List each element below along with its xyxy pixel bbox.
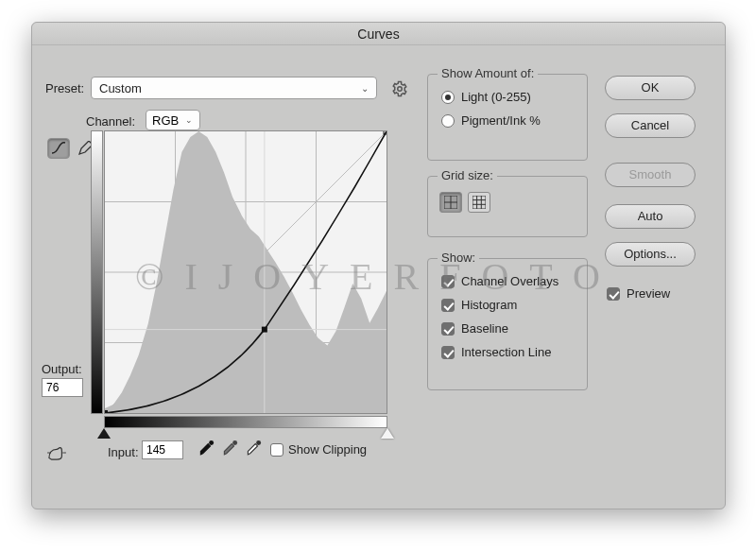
svg-point-16 [232, 440, 237, 445]
show-clipping-checkbox[interactable]: Show Clipping [270, 442, 367, 457]
white-point-slider[interactable] [381, 428, 394, 439]
svg-point-15 [209, 440, 214, 445]
input-field[interactable] [142, 440, 183, 459]
show-title: Show: [438, 250, 479, 265]
checkbox-icon [441, 346, 455, 359]
curves-graph[interactable] [104, 130, 387, 414]
curves-dialog: Curves Preset: Custom ⌄ Channel: RGB ⌄ [31, 22, 726, 509]
grid-size-title: Grid size: [438, 168, 497, 182]
channel-overlays-checkbox[interactable]: Channel Overlays [441, 274, 576, 288]
output-label: Output: [42, 362, 82, 376]
checkbox-icon [441, 299, 455, 312]
show-clipping-label: Show Clipping [288, 442, 367, 457]
window-title: Curves [357, 26, 399, 42]
light-radio-label: Light (0-255) [461, 90, 531, 104]
channel-select[interactable]: RGB [146, 110, 200, 130]
svg-point-0 [398, 87, 403, 92]
cancel-button[interactable]: Cancel [605, 113, 696, 138]
svg-rect-21 [472, 196, 486, 209]
black-point-slider[interactable] [97, 428, 111, 439]
auto-button[interactable]: Auto [605, 204, 696, 229]
grid-large-button[interactable] [468, 192, 490, 213]
svg-rect-11 [262, 327, 267, 333]
input-gradient-bar [104, 416, 387, 428]
radio-icon [441, 91, 455, 104]
radio-icon [441, 114, 455, 128]
preview-label: Preview [627, 286, 670, 301]
scrubby-hand-icon[interactable] [46, 444, 67, 461]
grid-size-group: Grid size: [427, 176, 588, 237]
baseline-checkbox[interactable]: Baseline [441, 321, 576, 336]
show-amount-group: Show Amount of: Light (0-255) Pigment/In… [427, 74, 588, 161]
intersection-line-checkbox[interactable]: Intersection Line [441, 345, 576, 359]
titlebar: Curves [32, 23, 725, 45]
channel-overlays-label: Channel Overlays [461, 274, 558, 288]
histogram-label: Histogram [461, 298, 517, 312]
checkbox-icon [270, 443, 284, 457]
channel-label: Channel: [86, 114, 135, 129]
light-radio[interactable]: Light (0-255) [441, 90, 576, 104]
checkbox-icon [607, 287, 620, 301]
white-eyedropper-icon[interactable] [245, 439, 264, 457]
pigment-radio-label: Pigment/Ink % [461, 113, 541, 128]
svg-rect-10 [105, 410, 108, 413]
preset-select[interactable]: Custom [91, 77, 377, 99]
curve-tool-button[interactable] [47, 138, 70, 159]
preview-checkbox[interactable]: Preview [607, 286, 670, 301]
options-button[interactable]: Options... [605, 242, 696, 267]
grid-small-button[interactable] [439, 192, 462, 213]
show-amount-title: Show Amount of: [438, 66, 538, 80]
output-gradient-bar [91, 130, 103, 414]
pigment-radio[interactable]: Pigment/Ink % [441, 113, 576, 128]
input-label: Input: [108, 445, 139, 459]
gray-eyedropper-icon[interactable] [221, 439, 240, 457]
checkbox-icon [441, 275, 455, 288]
preset-label: Preset: [45, 81, 84, 95]
svg-point-17 [256, 440, 261, 445]
output-field[interactable] [42, 378, 83, 397]
black-eyedropper-icon[interactable] [198, 439, 216, 457]
dialog-content: Preset: Custom ⌄ Channel: RGB ⌄ [32, 45, 725, 509]
ok-button[interactable]: OK [605, 76, 696, 100]
show-group: Show: Channel Overlays Histogram Baselin… [427, 258, 588, 390]
settings-gear-icon[interactable] [391, 80, 408, 97]
intersection-line-label: Intersection Line [461, 345, 551, 359]
smooth-button: Smooth [605, 163, 696, 187]
baseline-label: Baseline [461, 321, 508, 336]
histogram-checkbox[interactable]: Histogram [441, 298, 576, 312]
checkbox-icon [441, 322, 455, 336]
